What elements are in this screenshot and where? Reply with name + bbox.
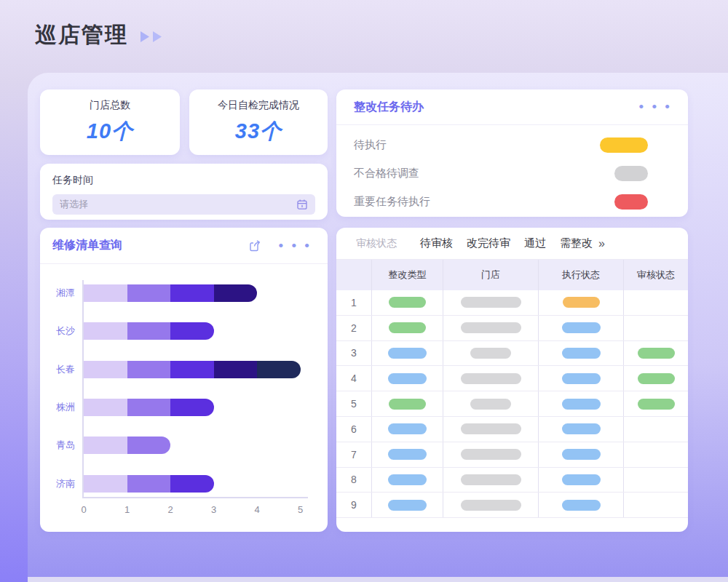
bar-category-label: 济南 [40, 477, 75, 490]
bar-segment [127, 284, 171, 302]
column-header: 门店 [443, 260, 538, 290]
page-title: 巡店管理 [35, 20, 128, 50]
todo-item: 待执行 [336, 131, 688, 159]
task-time-select[interactable]: 请选择 [52, 194, 315, 215]
row-index: 7 [336, 442, 371, 467]
table-cell [371, 366, 443, 391]
bar-segment [84, 475, 127, 493]
stat-label: 门店总数 [90, 99, 130, 112]
table-cell [371, 493, 443, 517]
review-filter-row: 审核状态 待审核改完待审通过需整改 » [336, 228, 688, 260]
status-pill [388, 474, 427, 485]
row-index: 5 [336, 391, 371, 416]
table-row: 1 [336, 290, 688, 316]
table-row: 4 [336, 366, 688, 391]
status-pill [461, 297, 521, 308]
bar-segment [127, 475, 171, 493]
table-cell [443, 493, 538, 517]
bottom-strip [28, 577, 728, 582]
bar-category-label: 湘潭 [40, 287, 75, 300]
review-tab[interactable]: 需整改 [560, 236, 593, 250]
x-axis-tick-label: 0 [75, 504, 92, 515]
table-row: 9 [336, 493, 688, 518]
status-pill [388, 423, 427, 434]
todo-status-pill [600, 137, 648, 153]
table-cell [538, 417, 623, 442]
bar-segment [257, 361, 301, 378]
table-cell [538, 316, 623, 340]
table-cell [443, 366, 538, 391]
bar-segment [84, 436, 127, 454]
x-axis-tick-label: 4 [248, 504, 266, 515]
chart-bar-row [84, 399, 214, 416]
column-header: 整改类型 [371, 260, 443, 290]
stat-label: 今日自检完成情况 [218, 99, 299, 112]
repair-card-header: 维修清单查询 • • • [40, 228, 328, 264]
table-row: 8 [336, 468, 688, 493]
status-pill [389, 322, 426, 333]
bar-segment [127, 322, 171, 340]
bar-segment [84, 399, 127, 416]
status-pill [562, 500, 601, 511]
status-pill [389, 297, 426, 308]
table-row: 6 [336, 417, 688, 442]
status-pill [638, 373, 675, 384]
status-pill [562, 348, 601, 359]
table-cell [623, 391, 688, 416]
calendar-icon[interactable] [296, 199, 308, 210]
tabs-more-icon[interactable]: » [598, 237, 605, 250]
table-row: 7 [336, 442, 688, 468]
bar-segment [127, 361, 171, 378]
status-pill [470, 348, 511, 359]
review-tab[interactable]: 改完待审 [467, 236, 510, 250]
row-index: 2 [336, 316, 371, 340]
repair-chart-card: 维修清单查询 • • • 湘潭长沙长春株洲青岛济南012345 [40, 228, 328, 532]
x-axis-tick-label: 1 [119, 504, 136, 515]
stat-card-store-total: 门店总数 10个 [40, 89, 180, 155]
todo-status-pill [614, 166, 648, 181]
status-pill [470, 399, 511, 410]
todo-item: 重要任务待执行 [336, 188, 688, 216]
table-cell [443, 341, 538, 366]
table-cell [371, 290, 443, 315]
review-tab[interactable]: 通过 [524, 236, 546, 250]
todo-card-title: 整改任务待办 [354, 100, 424, 115]
chart-bar-row [84, 284, 257, 302]
table-cell [623, 290, 688, 315]
column-header-index [336, 260, 371, 290]
status-pill [562, 474, 601, 485]
todo-card: 整改任务待办 • • • 待执行不合格待调查重要任务待执行 [336, 89, 688, 217]
todo-item-label: 待执行 [354, 138, 387, 152]
status-pill [388, 373, 427, 384]
status-pill [562, 423, 601, 434]
ellipsis-icon[interactable]: • • • [278, 242, 312, 250]
bar-segment [127, 436, 171, 454]
review-tab[interactable]: 待审核 [420, 236, 453, 250]
table-cell [538, 366, 623, 391]
bar-segment [170, 322, 214, 340]
row-index: 4 [336, 366, 371, 391]
row-index: 3 [336, 341, 371, 366]
ellipsis-icon[interactable]: • • • [638, 103, 672, 111]
chart-bar-row [84, 361, 301, 378]
status-pill [388, 449, 427, 460]
bar-segment [214, 284, 258, 302]
chart-bar-row [84, 475, 214, 493]
table-cell [443, 316, 538, 340]
table-cell [443, 468, 538, 493]
table-cell [371, 391, 443, 416]
chart-bar-row [84, 322, 214, 340]
table-cell [623, 366, 688, 391]
todo-list: 待执行不合格待调查重要任务待执行 [336, 125, 688, 216]
bar-segment [170, 475, 214, 493]
row-index: 8 [336, 468, 371, 493]
status-pill [638, 348, 675, 359]
table-cell [538, 493, 623, 517]
todo-card-header: 整改任务待办 • • • [336, 89, 688, 125]
bar-segment [84, 361, 127, 378]
task-time-label: 任务时间 [52, 174, 315, 187]
share-icon[interactable] [248, 239, 262, 252]
x-axis-tick-label: 3 [205, 504, 223, 515]
table-body: 123456789 [336, 290, 688, 518]
bar-segment [84, 322, 127, 340]
